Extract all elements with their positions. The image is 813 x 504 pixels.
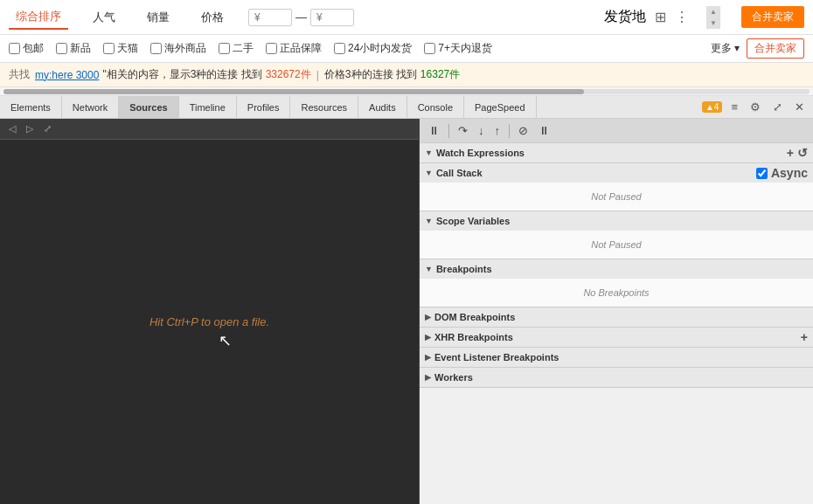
async-label: Async: [771, 166, 808, 180]
merge-seller-filter-button[interactable]: 合并卖家: [747, 38, 804, 59]
tab-console[interactable]: Console: [407, 96, 464, 118]
breakpoints-section: ▼ Breakpoints No Breakpoints: [420, 259, 813, 307]
24h-checkbox[interactable]: [334, 43, 345, 54]
more-filters-button[interactable]: 更多 ▾: [711, 41, 740, 56]
authentic-checkbox[interactable]: [266, 43, 277, 54]
filter-tmall[interactable]: 天猫: [103, 41, 138, 56]
tab-network[interactable]: Network: [62, 96, 119, 118]
scope-variables-label: Scope Variables: [436, 216, 510, 226]
tab-sources[interactable]: Sources: [119, 96, 178, 118]
tab-timeline[interactable]: Timeline: [179, 96, 237, 118]
scroll-thumb[interactable]: [3, 89, 584, 94]
sort-popularity[interactable]: 人气: [86, 6, 122, 29]
call-stack-header[interactable]: ▼ Call Stack Async: [420, 163, 813, 183]
pause-resume-button[interactable]: ⏸: [425, 122, 443, 139]
breakpoints-label: Breakpoints: [436, 264, 492, 274]
scope-variables-header[interactable]: ▼ Scope Variables: [420, 211, 813, 231]
scope-variables-triangle: ▼: [425, 217, 433, 225]
filter-overseas[interactable]: 海外商品: [150, 41, 206, 56]
xhr-breakpoints-section: ▶ XHR Breakpoints +: [420, 328, 813, 348]
results-count1: 332672件: [266, 67, 311, 82]
merge-seller-button[interactable]: 合并卖家: [741, 6, 804, 28]
call-stack-section: ▼ Call Stack Async Not Paused: [420, 163, 813, 211]
source-toolbar: ◁ ▷ ⤢: [0, 119, 419, 140]
7day-checkbox[interactable]: [424, 43, 435, 54]
console-filter-icon[interactable]: ≡: [727, 99, 741, 115]
watch-expressions-header[interactable]: ▼ Watch Expressions + ↺: [420, 143, 813, 162]
call-stack-triangle: ▼: [425, 169, 433, 177]
workers-header[interactable]: ▶ Workers: [420, 368, 813, 387]
tmall-checkbox[interactable]: [103, 43, 115, 54]
debug-toolbar: ⏸ ↷ ↓ ↑ ⊘ ⏸: [420, 119, 813, 143]
add-xhr-breakpoint-button[interactable]: +: [801, 330, 808, 344]
sort-comprehensive[interactable]: 综合排序: [9, 5, 68, 30]
workers-triangle: ▶: [425, 373, 431, 382]
secondhand-checkbox[interactable]: [219, 43, 230, 54]
filter-new[interactable]: 新品: [56, 41, 91, 56]
devtools-body: ◁ ▷ ⤢ Hit Ctrl+P to open a file. ↖ ⏸ ↷ ↓…: [0, 119, 813, 504]
watch-expressions-actions: + ↺: [787, 146, 808, 160]
results-link[interactable]: my:here 3000: [35, 69, 99, 81]
more-options-icon[interactable]: ⋮: [675, 9, 689, 25]
results-desc1: "相关的内容，显示3种的连接 找到: [102, 67, 261, 82]
price-min-input[interactable]: [248, 9, 292, 26]
sort-sales[interactable]: 销量: [140, 6, 177, 29]
step-out-button[interactable]: ↑: [491, 122, 504, 139]
event-listener-breakpoints-section: ▶ Event Listener Breakpoints: [420, 348, 813, 368]
filter-secondhand[interactable]: 二手: [219, 41, 254, 56]
xhr-breakpoints-triangle: ▶: [425, 333, 431, 342]
xhr-breakpoints-actions: +: [801, 330, 808, 344]
topbar-right: 发货地 ⊞ ⋮: [604, 8, 689, 26]
add-watch-expression-button[interactable]: +: [787, 146, 794, 160]
source-editor-panel: ◁ ▷ ⤢ Hit Ctrl+P to open a file. ↖: [0, 119, 420, 504]
breakpoints-body: No Breakpoints: [420, 279, 813, 307]
search-results-banner: 共找 my:here 3000 "相关的内容，显示3种的连接 找到 332672…: [0, 63, 813, 87]
dock-icon[interactable]: ⤢: [769, 99, 786, 115]
deactivate-breakpoints-button[interactable]: ⊘: [515, 122, 532, 139]
free-shipping-checkbox[interactable]: [9, 43, 20, 54]
tab-audits[interactable]: Audits: [358, 96, 407, 118]
dom-breakpoints-header[interactable]: ▶ DOM Breakpoints: [420, 307, 813, 327]
tab-resources[interactable]: Resources: [290, 96, 358, 118]
source-back-icon[interactable]: ◁: [5, 121, 19, 136]
source-editor-area: Hit Ctrl+P to open a file. ↖: [0, 140, 419, 504]
source-toggle-icon[interactable]: ▷: [23, 121, 37, 136]
results-desc2: 价格3种的连接 找到: [324, 67, 417, 82]
tab-profiles[interactable]: Profiles: [237, 96, 291, 118]
filter-authentic[interactable]: 正品保障: [266, 41, 322, 56]
pause-on-exceptions-button[interactable]: ⏸: [535, 122, 553, 139]
filter-7day[interactable]: 7+天内退货: [424, 41, 492, 56]
filter-free-shipping[interactable]: 包邮: [9, 41, 44, 56]
right-scrollbar[interactable]: ▲ ▼: [706, 6, 720, 29]
sort-price[interactable]: 价格: [194, 6, 231, 29]
horizontal-scrollbar[interactable]: [0, 87, 813, 96]
tab-elements[interactable]: Elements: [0, 96, 62, 118]
scroll-track[interactable]: [3, 89, 810, 94]
breakpoints-header[interactable]: ▼ Breakpoints: [420, 259, 813, 279]
scope-variables-empty-text: Not Paused: [420, 234, 813, 255]
event-listener-breakpoints-label: Event Listener Breakpoints: [434, 352, 559, 362]
shipping-filter[interactable]: 发货地: [604, 8, 646, 26]
close-devtools-icon[interactable]: ✕: [791, 99, 808, 115]
cursor-icon: ↖: [219, 331, 232, 350]
tab-pagespeed[interactable]: PageSpeed: [464, 96, 537, 118]
scope-variables-section: ▼ Scope Variables Not Paused: [420, 211, 813, 259]
call-stack-empty-text: Not Paused: [420, 186, 813, 207]
async-checkbox[interactable]: [756, 168, 768, 179]
xhr-breakpoints-header[interactable]: ▶ XHR Breakpoints +: [420, 328, 813, 347]
watch-expressions-section: ▼ Watch Expressions + ↺: [420, 143, 813, 163]
filter-24h[interactable]: 24小时内发货: [334, 41, 412, 56]
source-expand-icon[interactable]: ⤢: [40, 121, 55, 136]
overseas-checkbox[interactable]: [150, 43, 162, 54]
step-over-button[interactable]: ↷: [455, 122, 471, 139]
price-max-input[interactable]: [310, 9, 354, 26]
settings-icon[interactable]: ⚙: [747, 99, 764, 115]
devtools-tab-bar: Elements Network Sources Timeline Profil…: [0, 96, 813, 119]
step-into-button[interactable]: ↓: [475, 122, 488, 139]
dom-breakpoints-label: DOM Breakpoints: [434, 312, 515, 322]
event-listener-breakpoints-header[interactable]: ▶ Event Listener Breakpoints: [420, 348, 813, 367]
grid-view-icon[interactable]: ⊞: [655, 9, 666, 25]
new-checkbox[interactable]: [56, 43, 67, 54]
dom-breakpoints-section: ▶ DOM Breakpoints: [420, 307, 813, 328]
refresh-watch-expressions-button[interactable]: ↺: [797, 146, 808, 160]
